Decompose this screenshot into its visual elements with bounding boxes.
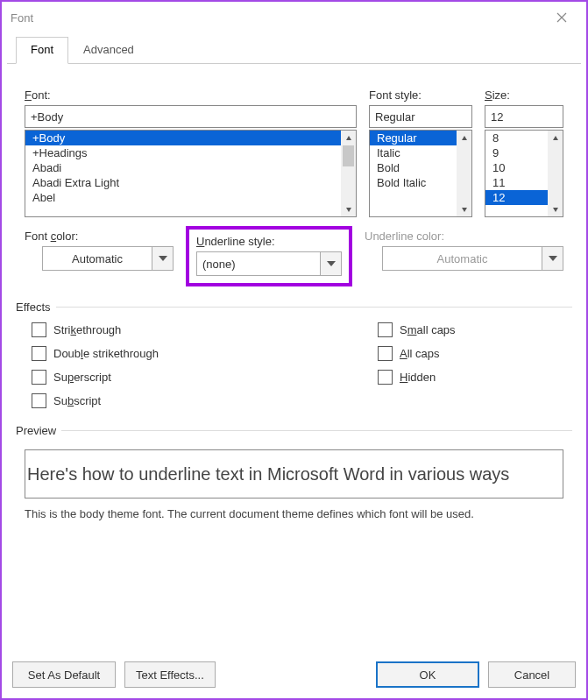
- checkbox-superscript[interactable]: Superscript: [32, 370, 371, 385]
- text-effects-button[interactable]: Text Effects...: [124, 661, 216, 688]
- window-title: Font: [11, 11, 33, 25]
- color-row: Font color: Automatic Underline style: (…: [25, 230, 563, 286]
- preview-header: Preview: [16, 424, 572, 437]
- underline-style-group: Underline style: (none): [186, 230, 352, 286]
- list-item[interactable]: +Body: [25, 131, 341, 145]
- underline-style-highlight: Underline style: (none): [186, 226, 352, 286]
- list-item[interactable]: 10: [485, 160, 548, 175]
- scroll-up-icon[interactable]: [457, 131, 471, 145]
- list-item[interactable]: Regular: [370, 131, 457, 145]
- preview-description: This is the body theme font. The current…: [25, 507, 563, 520]
- checkbox-strikethrough[interactable]: Strikethrough: [32, 322, 371, 337]
- underline-color-label: Underline color:: [365, 230, 563, 243]
- checkbox-subscript[interactable]: Subscript: [32, 393, 371, 408]
- effects-title: Effects: [16, 301, 56, 314]
- effects-col-right: Small caps All caps Hidden: [371, 322, 563, 417]
- underline-color-group: Underline color: Automatic: [365, 230, 563, 271]
- checkbox-all-caps[interactable]: All caps: [378, 346, 563, 361]
- scrollbar[interactable]: [457, 131, 471, 216]
- chevron-down-icon[interactable]: [320, 252, 341, 275]
- size-listbox[interactable]: 8 9 10 11 12: [485, 130, 563, 217]
- close-icon: [556, 12, 567, 23]
- chevron-down-icon: [542, 247, 563, 270]
- checkbox-box[interactable]: [378, 346, 393, 361]
- ok-button[interactable]: OK: [376, 661, 479, 688]
- list-item[interactable]: 9: [485, 145, 548, 160]
- scroll-thumb[interactable]: [343, 145, 354, 166]
- preview-box: Here's how to underline text in Microsof…: [25, 449, 563, 498]
- chevron-down-icon[interactable]: [152, 247, 173, 270]
- cancel-button[interactable]: Cancel: [488, 661, 576, 688]
- list-item[interactable]: Italic: [370, 145, 457, 160]
- list-item[interactable]: Abel: [25, 190, 341, 205]
- list-item[interactable]: 11: [485, 175, 548, 190]
- tabs-row: Font Advanced: [2, 33, 586, 64]
- underline-style-dropdown[interactable]: (none): [196, 251, 342, 276]
- checkbox-box[interactable]: [32, 346, 46, 361]
- effects-col-left: Strikethrough Double strikethrough Super…: [25, 322, 371, 417]
- list-item[interactable]: Abadi: [25, 160, 341, 175]
- checkbox-box[interactable]: [32, 370, 46, 385]
- scroll-up-icon[interactable]: [341, 131, 356, 145]
- underline-color-value: Automatic: [383, 247, 542, 270]
- font-color-group: Font color: Automatic: [25, 230, 174, 271]
- divider: [61, 430, 572, 431]
- preview-text: Here's how to underline text in Microsof…: [27, 464, 509, 484]
- list-item[interactable]: 8: [485, 131, 548, 145]
- scroll-down-icon[interactable]: [341, 202, 356, 216]
- font-label: Font:: [25, 88, 357, 102]
- checkbox-double-strikethrough[interactable]: Double strikethrough: [32, 346, 371, 361]
- font-listbox[interactable]: +Body +Headings Abadi Abadi Extra Light …: [25, 130, 357, 217]
- font-dialog: Font Font Advanced Font: +Body +Headings…: [0, 0, 588, 700]
- underline-style-value: (none): [197, 252, 320, 275]
- style-column: Font style: Regular Italic Bold Bold Ita…: [369, 88, 472, 217]
- underline-color-dropdown: Automatic: [382, 246, 563, 271]
- font-color-value: Automatic: [43, 247, 152, 270]
- checkbox-hidden[interactable]: Hidden: [378, 370, 563, 385]
- checkbox-box[interactable]: [32, 393, 46, 408]
- scrollbar[interactable]: [548, 131, 563, 216]
- list-item[interactable]: +Headings: [25, 145, 341, 160]
- checkbox-small-caps[interactable]: Small caps: [378, 322, 563, 337]
- checkbox-box[interactable]: [378, 322, 393, 337]
- list-item[interactable]: Abadi Extra Light: [25, 175, 341, 190]
- underline-style-label: Underline style:: [196, 235, 342, 248]
- font-input[interactable]: [25, 105, 357, 128]
- titlebar: Font: [2, 2, 586, 33]
- size-input[interactable]: [485, 105, 563, 128]
- scroll-down-icon[interactable]: [457, 202, 471, 216]
- size-label: Size:: [485, 88, 563, 102]
- preview-title: Preview: [16, 424, 61, 437]
- effects-header: Effects: [16, 301, 572, 314]
- divider: [56, 307, 572, 308]
- content: Font: +Body +Headings Abadi Abadi Extra …: [2, 64, 586, 654]
- tab-font[interactable]: Font: [16, 37, 68, 64]
- tabstrip: Font Advanced: [7, 36, 581, 64]
- font-column: Font: +Body +Headings Abadi Abadi Extra …: [25, 88, 357, 217]
- tab-advanced[interactable]: Advanced: [68, 37, 149, 64]
- scrollbar[interactable]: [341, 131, 356, 216]
- scroll-up-icon[interactable]: [548, 131, 563, 145]
- style-label: Font style:: [369, 88, 472, 102]
- set-default-button[interactable]: Set As Default: [12, 661, 116, 688]
- list-item[interactable]: Bold Italic: [370, 175, 457, 190]
- effects-grid: Strikethrough Double strikethrough Super…: [25, 322, 563, 417]
- list-item[interactable]: Bold: [370, 160, 457, 175]
- list-item[interactable]: 12: [485, 190, 548, 205]
- style-listbox[interactable]: Regular Italic Bold Bold Italic: [369, 130, 472, 217]
- font-row: Font: +Body +Headings Abadi Abadi Extra …: [25, 88, 563, 217]
- font-color-dropdown[interactable]: Automatic: [42, 246, 174, 271]
- checkbox-box[interactable]: [378, 370, 393, 385]
- scroll-down-icon[interactable]: [548, 202, 563, 216]
- style-input[interactable]: [369, 105, 472, 128]
- footer: Set As Default Text Effects... OK Cancel: [2, 654, 586, 698]
- close-button[interactable]: [544, 4, 579, 31]
- checkbox-box[interactable]: [32, 322, 46, 337]
- size-column: Size: 8 9 10 11 12: [485, 88, 563, 217]
- font-color-label: Font color:: [25, 230, 174, 243]
